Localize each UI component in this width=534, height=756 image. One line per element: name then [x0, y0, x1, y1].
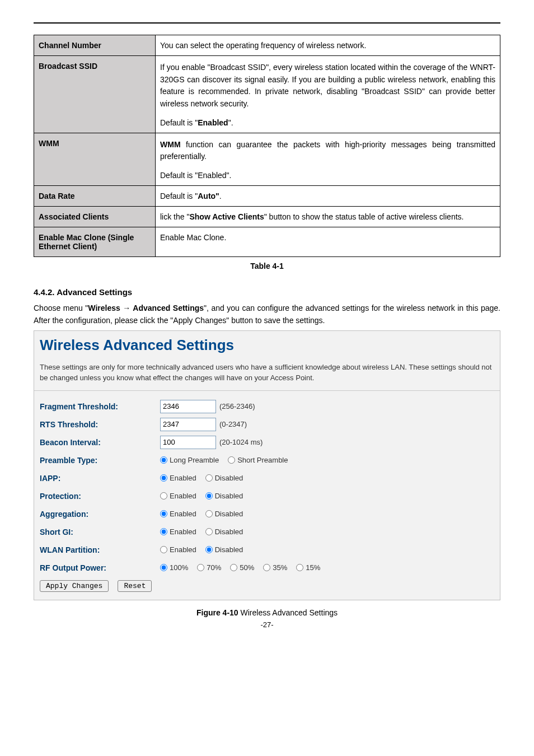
settings-panel: Wireless Advanced Settings These setting… [34, 330, 500, 600]
rts-hint: (0-2347) [219, 420, 247, 428]
preamble-short-radio[interactable]: Short Preamble [228, 456, 288, 464]
row-broadcast-label: Broadcast SSID [34, 56, 156, 133]
row-wmm-label: WMM [34, 133, 156, 185]
aggregation-disabled-radio[interactable]: Disabled [205, 510, 243, 518]
iapp-label: IAPP: [40, 474, 160, 483]
row-wmm-default: Default is "Enabled". [160, 171, 495, 180]
apply-changes-button[interactable]: Apply Changes [40, 580, 109, 592]
row-clients-desc: lick the "Show Active Clients" button to… [156, 207, 500, 227]
row-wmm-desc-text: WMM function can guarantee the packets w… [160, 139, 495, 163]
row-macclone-label: Enable Mac Clone (Single Ethernet Client… [34, 227, 156, 257]
rts-label: RTS Threshold: [40, 420, 160, 429]
shortgi-enabled-radio[interactable]: Enabled [160, 528, 196, 536]
row-broadcast-desc-text: If you enable "Broadcast SSID", every wi… [160, 62, 495, 110]
rfpower-50-radio[interactable]: 50% [230, 563, 254, 572]
preamble-long-radio[interactable]: Long Preamble [160, 456, 219, 464]
protection-label: Protection: [40, 492, 160, 501]
row-channel-label: Channel Number [34, 35, 156, 56]
fragment-hint: (256-2346) [219, 402, 255, 410]
beacon-input[interactable] [160, 436, 216, 449]
protection-disabled-radio[interactable]: Disabled [205, 492, 243, 500]
preamble-label: Preamble Type: [40, 456, 160, 465]
row-macclone-desc: Enable Mac Clone. [156, 227, 500, 257]
page-number: -27- [34, 620, 500, 629]
row-datarate-desc: Default is "Auto". [156, 186, 500, 207]
panel-title: Wireless Advanced Settings [40, 337, 494, 354]
shortgi-label: Short GI: [40, 528, 160, 536]
section-body: Choose menu "Wireless → Advanced Setting… [34, 302, 500, 326]
iapp-enabled-radio[interactable]: Enabled [160, 474, 196, 482]
shortgi-disabled-radio[interactable]: Disabled [205, 528, 243, 536]
row-channel-desc: You can select the operating frequency o… [156, 35, 500, 56]
rts-input[interactable] [160, 418, 216, 431]
wlanpart-label: WLAN Partition: [40, 545, 160, 554]
fragment-input[interactable] [160, 400, 216, 413]
row-wmm-desc: WMM function can guarantee the packets w… [156, 133, 500, 185]
row-datarate-label: Data Rate [34, 186, 156, 207]
iapp-disabled-radio[interactable]: Disabled [205, 474, 243, 482]
wlanpart-enabled-radio[interactable]: Enabled [160, 545, 196, 554]
beacon-hint: (20-1024 ms) [219, 438, 263, 446]
protection-enabled-radio[interactable]: Enabled [160, 492, 196, 500]
row-clients-label: Associated Clients [34, 207, 156, 227]
rfpower-70-radio[interactable]: 70% [197, 563, 221, 572]
rfpower-35-radio[interactable]: 35% [263, 563, 287, 572]
reset-button[interactable]: Reset [118, 580, 152, 592]
figure-caption: Figure 4-10 Wireless Advanced Settings [34, 608, 500, 617]
parameter-table: Channel Number You can select the operat… [34, 35, 500, 257]
panel-divider [34, 390, 500, 391]
rfpower-label: RF Output Power: [40, 563, 160, 572]
row-broadcast-desc: If you enable "Broadcast SSID", every wi… [156, 56, 500, 133]
aggregation-enabled-radio[interactable]: Enabled [160, 510, 196, 518]
aggregation-label: Aggregation: [40, 510, 160, 519]
section-heading: 4.4.2. Advanced Settings [34, 287, 500, 297]
row-broadcast-default: Default is "Enabled". [160, 118, 495, 127]
panel-desc: These settings are only for more technic… [40, 362, 494, 384]
fragment-label: Fragment Threshold: [40, 402, 160, 411]
wlanpart-disabled-radio[interactable]: Disabled [205, 545, 243, 554]
table-caption: Table 4-1 [34, 262, 500, 270]
rfpower-100-radio[interactable]: 100% [160, 563, 188, 572]
beacon-label: Beacon Interval: [40, 438, 160, 447]
rfpower-15-radio[interactable]: 15% [296, 563, 320, 572]
